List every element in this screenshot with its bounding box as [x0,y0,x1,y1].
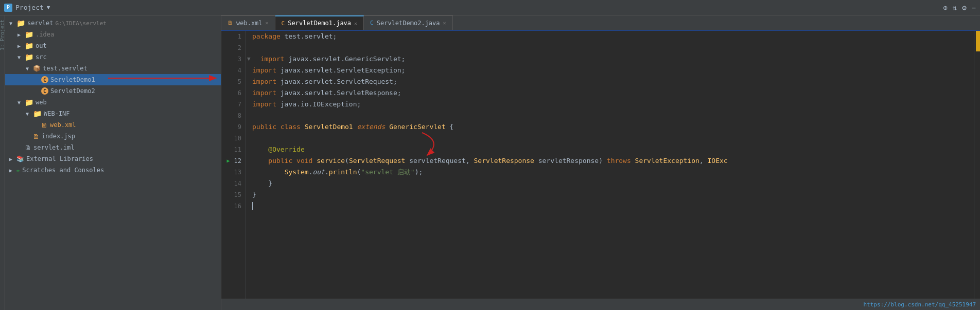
run-gutter-icon[interactable]: ▶ [225,157,232,165]
line-num-14: 14 [221,178,246,189]
project-icon: P [4,4,12,12]
sort-icon[interactable]: ⇅ [953,4,957,12]
title-bar: P Project ▼ ⊕ ⇅ ⚙ − [0,0,980,15]
arrow-icon: ▼ [26,111,32,117]
tree-item-package[interactable]: ▼ 📦 test.servlet [5,63,221,74]
arrow-icon: ▼ [18,100,24,105]
status-bar-link: https://blog.csdn.net/qq_45251947 [863,301,976,308]
arrow-icon: ▼ [18,54,24,60]
package-icon: 📦 [33,65,41,72]
project-panel: ▼ 📁 servlet G:\IDEA\servlet ▶ 📁 .idea ▶ … [5,15,221,310]
code-line-14: } [246,178,974,189]
folder-icon: 📁 [16,19,25,27]
tree-item-servlet-iml[interactable]: ▶ 🗎 servlet.iml [5,142,221,153]
project-tree[interactable]: ▼ 📁 servlet G:\IDEA\servlet ▶ 📁 .idea ▶ … [5,15,221,310]
tab-label-servlet-demo1: ServletDemo1.java [288,20,351,27]
item-label-out: out [36,42,47,49]
tree-item-webinf[interactable]: ▼ 📁 WEB-INF [5,108,221,119]
code-editor[interactable]: 1 2 3 4 5 6 7 8 9 10 11 ▶ 12 13 14 15 16 [221,31,980,299]
iml-file-icon: 🗎 [25,144,31,152]
xml-file-icon: 🗎 [41,121,48,129]
tab-web-xml[interactable]: 🗎 web.xml ✕ [221,15,275,30]
tree-item-ext-libs[interactable]: ▶ 📚 External Libraries [5,153,221,165]
code-line-8 [246,110,974,121]
tree-item-src[interactable]: ▼ 📁 src [5,51,221,63]
code-line-11: @Override [246,144,974,155]
scratches-icon: ✏ [16,167,20,174]
arrow-icon: ▼ [26,66,32,71]
arrow-icon: ▶ [18,43,24,49]
tree-item-indexjsp[interactable]: ▶ 🗎 index.jsp [5,131,221,142]
folder-icon: 📁 [33,110,42,118]
tab-servlet-demo1[interactable]: C ServletDemo1.java ✕ [275,15,364,30]
tree-item-idea[interactable]: ▶ 📁 .idea [5,29,221,40]
code-line-15: } [246,189,974,200]
line-num-12: ▶ 12 [221,155,246,167]
line-num-1: 1 [221,31,246,42]
code-line-2 [246,42,974,53]
line-num-3: 3 [221,53,246,65]
folder-icon: 📁 [25,98,33,106]
item-label-servlet-demo2: ServletDemo2 [50,87,95,95]
arrow-icon: ▼ [9,21,15,26]
java-tab-icon2: C [370,20,374,26]
line-num-6: 6 [221,87,246,99]
sidebar-strip-label: 1: Project [0,20,5,50]
code-line-3: ▼ import javax.servlet.GenericServlet; [246,53,974,65]
title-bar-actions: ⊕ ⇅ ⚙ − [943,4,976,12]
item-label-web: web [36,99,47,106]
line-num-5: 5 [221,76,246,87]
line-num-7: 7 [221,99,246,110]
line-num-13: 13 [221,167,246,178]
code-line-12: public void service(ServletRequest servl… [246,155,974,167]
arrow-icon: ▶ [9,156,15,162]
tab-close-web-xml[interactable]: ✕ [266,20,269,26]
tree-item-scratches[interactable]: ▶ ✏ Scratches and Consoles [5,165,221,176]
editor-area: 🗎 web.xml ✕ C ServletDemo1.java ✕ C Serv… [221,15,980,310]
item-label-webinf: WEB-INF [44,110,70,117]
line-num-10: 10 [221,133,246,144]
code-line-7: import java.io.IOException; [246,99,974,110]
status-bar: https://blog.csdn.net/qq_45251947 [221,299,980,310]
sidebar-strip: 1: Project [0,15,5,310]
code-line-4: import javax.servlet.ServletException; [246,65,974,76]
item-path-servlet: G:\IDEA\servlet [56,20,107,27]
tab-servlet-demo2[interactable]: C ServletDemo2.java ✕ [364,15,452,30]
folder-icon: 📁 [25,30,33,39]
item-label-servlet-demo1: ServletDemo1 [50,76,95,83]
java-tab-icon1: C [282,20,285,27]
tree-item-servlet-demo1[interactable]: ▶ C ServletDemo1 [5,74,221,85]
main-layout: 1: Project ▼ 📁 servlet G:\IDEA\servlet ▶… [0,15,980,310]
item-label-servlet-iml: servlet.iml [33,144,74,151]
item-label-src: src [36,53,47,61]
minimize-icon[interactable]: − [972,4,976,12]
tree-item-web[interactable]: ▼ 📁 web [5,97,221,108]
right-gutter [974,31,980,299]
tab-label-servlet-demo2: ServletDemo2.java [377,20,440,27]
code-line-10 [246,133,974,144]
tree-item-servlet[interactable]: ▼ 📁 servlet G:\IDEA\servlet [5,17,221,29]
tab-close-servlet-demo1[interactable]: ✕ [354,21,357,26]
code-line-9: public class ServletDemo1 extends Generi… [246,121,974,133]
ext-lib-icon: 📚 [16,155,24,162]
navigate-icon[interactable]: ⊕ [943,4,947,12]
line-num-9: 9 [221,121,246,133]
code-line-16[interactable] [246,200,974,212]
code-content[interactable]: package test.servlet; ▼ import javax.ser… [246,31,974,299]
tree-item-webxml[interactable]: ▶ 🗎 web.xml [5,119,221,131]
line-num-2: 2 [221,42,246,53]
tab-close-servlet-demo2[interactable]: ✕ [443,20,446,26]
settings-icon[interactable]: ⚙ [962,4,966,12]
xml-tab-icon: 🗎 [227,20,233,26]
folder-icon: 📁 [25,42,33,50]
csdn-link[interactable]: https://blog.csdn.net/qq_45251947 [863,301,976,308]
line-num-15: 15 [221,189,246,200]
project-dropdown-icon[interactable]: ▼ [47,4,50,11]
line-num-4: 4 [221,65,246,76]
tree-item-servlet-demo2[interactable]: ▶ C ServletDemo2 [5,85,221,97]
tree-item-out[interactable]: ▶ 📁 out [5,40,221,51]
line-numbers: 1 2 3 4 5 6 7 8 9 10 11 ▶ 12 13 14 15 16 [221,31,246,299]
item-label-package: test.servlet [43,65,87,72]
line-num-11: 11 [221,144,246,155]
item-label-idea: .idea [36,31,54,38]
